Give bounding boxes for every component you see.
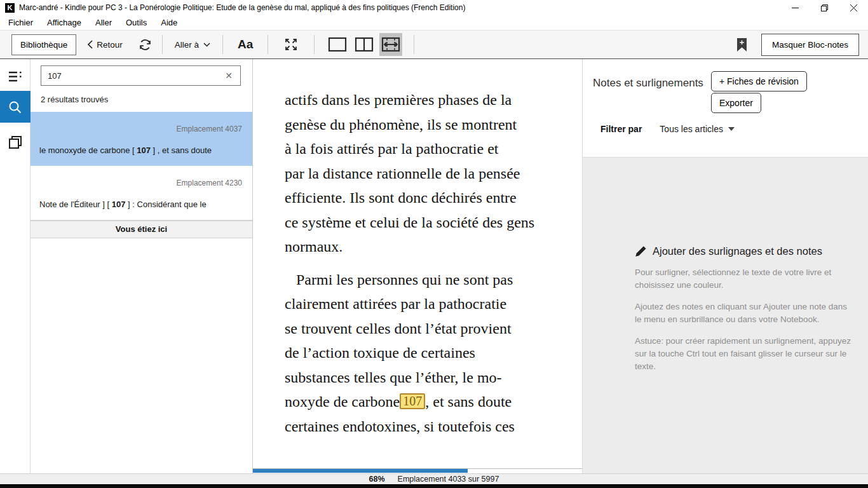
book-line: certaines endotoxines, si toutefois ces <box>285 414 582 439</box>
book-line: Parmi les personnes qui ne sont pas <box>285 268 582 292</box>
book-line-with-footnote: noxyde de carbone107, et sans doute <box>285 390 582 414</box>
clear-search-icon[interactable]: ✕ <box>224 71 234 81</box>
restore-icon <box>821 4 828 11</box>
sync-button[interactable] <box>138 37 153 52</box>
help-paragraph: Pour surligner, sélectionnez le texte de… <box>635 266 854 292</box>
status-bar: 68% Emplacement 4033 sur 5997 <box>0 473 868 484</box>
help-title: Ajouter des surlignages et des notes <box>653 245 822 257</box>
toolbar-divider <box>268 35 268 54</box>
goto-label: Aller à <box>175 40 199 50</box>
location-status: Emplacement 4033 sur 5997 <box>398 475 499 484</box>
you-were-here-button[interactable]: Vous étiez ici <box>31 220 252 238</box>
filter-label: Filtrer par <box>600 124 642 134</box>
menu-bar: Fichier Affichage Aller Outils Aide <box>0 15 868 30</box>
font-settings-button[interactable]: Aa <box>233 37 258 51</box>
filter-dropdown[interactable]: Tous les articles <box>660 124 735 134</box>
toc-icon <box>9 71 22 82</box>
back-button[interactable]: Retour <box>87 40 123 50</box>
chevron-down-icon <box>203 43 210 47</box>
hide-notebook-button[interactable]: Masquer Bloc-notes <box>761 34 859 56</box>
library-button[interactable]: Bibliothèque <box>11 34 76 55</box>
dropdown-arrow-icon <box>728 127 735 131</box>
result-snippet: le monoxyde de carbone [ 107 ] , et sans… <box>39 146 242 155</box>
toolbar-divider <box>222 35 223 54</box>
menu-aller[interactable]: Aller <box>88 18 119 27</box>
help-paragraph: Astuce: pour créer rapidement un surlign… <box>635 335 854 373</box>
toc-button[interactable] <box>0 62 31 91</box>
export-button[interactable]: Exporter <box>711 93 761 113</box>
notes-header: Notes et surlignements + Fiches de révis… <box>583 59 868 158</box>
book-line: genèse du phénomène, ils se montrent <box>285 112 582 137</box>
window-title: Marc-andré - Kindle pour PC 3 - La Ponér… <box>19 3 465 12</box>
toolbar-divider <box>314 35 315 54</box>
help-title-row: Ajouter des surlignages et des notes <box>635 245 854 257</box>
progress-percent: 68% <box>369 475 385 484</box>
minimize-button[interactable] <box>780 0 810 15</box>
pen-icon <box>635 245 647 257</box>
back-label: Retour <box>97 40 123 50</box>
search-result-2[interactable]: Emplacement 4230 Note de l'Éditeur ] [ 1… <box>31 166 252 220</box>
close-button[interactable] <box>839 0 868 15</box>
left-rail <box>0 59 31 473</box>
notes-panel: Notes et surlignements + Fiches de révis… <box>583 59 868 473</box>
goto-dropdown[interactable]: Aller à <box>172 40 213 50</box>
flashcards-button[interactable]: + Fiches de révision <box>711 71 807 92</box>
book-line: à la fois attirés par la pathocratie et <box>285 137 582 161</box>
help-block: Ajouter des surlignages et des notes Pou… <box>635 245 854 373</box>
windows-button[interactable] <box>0 128 31 157</box>
reading-progress-fill <box>253 469 468 473</box>
add-bookmark-button[interactable] <box>736 37 747 52</box>
help-paragraph: Ajoutez des notes en cliquant sur Ajoute… <box>635 301 854 326</box>
single-page-icon <box>328 37 347 52</box>
search-tab-button[interactable] <box>0 91 31 123</box>
search-result-1[interactable]: Emplacement 4037 le monoxyde de carbone … <box>31 112 252 166</box>
close-icon <box>850 4 857 11</box>
book-line: substances telles que l’éther, le mo- <box>285 365 582 390</box>
book-line: ce système et celui de la société des ge… <box>285 210 582 235</box>
book-line: normaux. <box>285 234 582 259</box>
sync-icon <box>138 37 153 52</box>
filter-value: Tous les articles <box>660 124 723 134</box>
notes-title: Notes et surlignements <box>593 76 704 90</box>
toolbar: Bibliothèque Retour Aller à Aa <box>0 30 868 59</box>
book-text: actifs dans les premières phases de la g… <box>285 88 582 438</box>
toolbar-divider <box>414 35 414 54</box>
search-input[interactable] <box>48 71 224 81</box>
bookmark-add-icon <box>736 37 747 52</box>
fit-width-view-button[interactable] <box>379 33 402 56</box>
bottom-strip <box>0 484 868 488</box>
kindle-logo-icon: K <box>5 3 15 13</box>
result-location: Emplacement 4037 <box>39 125 242 133</box>
reading-pane[interactable]: actifs dans les premières phases de la g… <box>253 59 583 473</box>
menu-aide[interactable]: Aide <box>154 18 184 27</box>
main-content: ✕ 2 résultats trouvés Emplacement 4037 l… <box>0 59 868 473</box>
search-icon <box>8 100 22 114</box>
book-paragraph: Parmi les personnes qui ne sont pas clai… <box>285 268 582 439</box>
minimize-icon <box>792 4 799 11</box>
footnote-link-highlighted[interactable]: 107 <box>400 393 425 409</box>
menu-outils[interactable]: Outils <box>119 18 154 27</box>
restore-button[interactable] <box>810 0 839 15</box>
results-count: 2 résultats trouvés <box>41 95 242 104</box>
menu-affichage[interactable]: Affichage <box>40 18 88 27</box>
book-line: clairement attirées par la pathocratie <box>285 292 582 316</box>
book-line: se trouvent celles dont l’état provient <box>285 316 582 341</box>
result-snippet: Note de l'Éditeur ] [ 107 ] : Considéran… <box>39 200 242 209</box>
book-line: par la distance rationnelle de la pensée <box>285 161 582 186</box>
book-line: de l’action toxique de certaines <box>285 341 582 365</box>
reading-progress-bar[interactable] <box>253 468 582 473</box>
chevron-left-icon <box>87 40 93 49</box>
single-page-view-button[interactable] <box>326 33 349 56</box>
toolbar-divider <box>162 35 163 54</box>
two-page-view-button[interactable] <box>353 33 376 56</box>
menu-fichier[interactable]: Fichier <box>1 18 40 27</box>
fit-width-icon <box>381 37 400 52</box>
result-location: Emplacement 4230 <box>39 179 242 187</box>
fullscreen-button[interactable] <box>280 33 302 56</box>
layers-icon <box>9 136 22 149</box>
title-bar: K Marc-andré - Kindle pour PC 3 - La Pon… <box>0 0 868 15</box>
two-page-icon <box>355 37 374 52</box>
book-line: efficiente. Ils sont donc déchirés entre <box>285 186 582 210</box>
book-line: actifs dans les premières phases de la <box>285 88 582 112</box>
search-panel: ✕ 2 résultats trouvés Emplacement 4037 l… <box>31 59 253 473</box>
